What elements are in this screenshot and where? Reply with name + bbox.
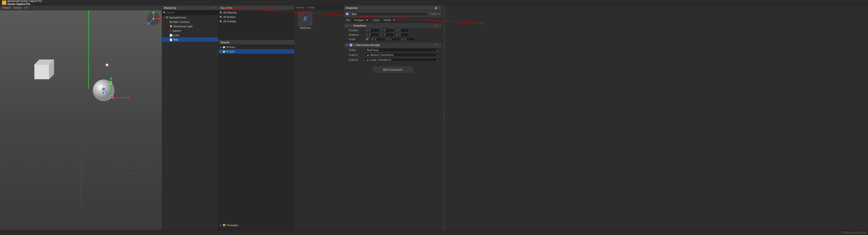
scale-y-input[interactable] <box>389 37 400 41</box>
tree-item-cube[interactable]: ▶ ⬜ Cube <box>162 33 218 37</box>
gizmo-lock[interactable]: 🔒 <box>161 11 162 14</box>
object-active-toggle[interactable] <box>346 12 349 16</box>
rotation-label: Rotation <box>349 33 366 36</box>
rotation-values: X Y Z <box>366 33 440 37</box>
middle-section: Favorites 🔍 All Material 🔍 All Models 🔍 … <box>219 5 294 230</box>
path-sep: > <box>305 6 306 9</box>
cube-a-target[interactable]: ◎ <box>436 54 438 56</box>
transform-help[interactable]: ? <box>435 24 436 27</box>
scale-y: Y <box>387 37 400 41</box>
script-target-icon[interactable]: ◎ <box>436 49 438 51</box>
position-z: Z <box>396 29 409 32</box>
hierarchy-menu[interactable]: ≡ <box>215 6 216 9</box>
script-name: TestCross <box>367 49 379 51</box>
transform-menu[interactable]: ⋮ <box>437 24 440 27</box>
tree-item-label: Sphere <box>173 29 181 32</box>
position-x-input[interactable] <box>368 29 379 32</box>
svg-marker-10 <box>127 97 130 99</box>
search-icon: 🔍 <box>163 11 166 14</box>
light-dot <box>106 64 108 66</box>
expand-arrow: ▶ <box>219 224 222 226</box>
script-active-toggle[interactable] <box>349 44 352 47</box>
script-help[interactable]: ? <box>435 44 436 47</box>
tag-select[interactable]: Untagged <box>352 18 369 22</box>
expand-arrow: ▼ <box>346 24 348 27</box>
favorites-header: Favorites <box>219 5 294 10</box>
svg-marker-12 <box>110 77 112 79</box>
add-component-button[interactable]: Add Component <box>373 67 412 72</box>
tree-item-test[interactable]: ▶ 📄 Test <box>162 37 218 42</box>
tree-item-label: Main Camera <box>173 20 189 23</box>
rotation-x-input[interactable] <box>368 33 379 37</box>
svg-point-22 <box>153 18 154 20</box>
scale-z: Z <box>402 37 415 41</box>
fav-label: All Material <box>223 11 237 14</box>
viewport-panel: Shaded Gizmos FX <box>0 5 162 230</box>
packages-label: Packages <box>227 224 239 227</box>
y-axis-label: Y <box>381 29 383 32</box>
fav-item-prefabs[interactable]: 🔍 All Prefabs <box>219 19 294 24</box>
position-y-input[interactable] <box>383 29 394 32</box>
shading-dropdown[interactable]: Shaded <box>1 6 11 9</box>
packages-item[interactable]: ▶ 📦 Packages <box>219 223 294 227</box>
scene-root[interactable]: ▼ 🎬 SampleScene <box>162 15 218 20</box>
assets-scenes[interactable]: ▶ 📁 Scenes <box>219 45 294 49</box>
testcross-section-header[interactable]: ▼ # Test Cross (Script) ? ⋮ <box>344 43 442 48</box>
sphere-icon: ⬡ <box>169 29 172 32</box>
script-ref-row: Script TestCross ◎ <box>344 48 442 52</box>
hierarchy-search-input[interactable] <box>167 11 217 14</box>
add-component-area: Add Component <box>344 63 442 76</box>
assets-scripts[interactable]: ▶ 📁 Scripts <box>219 49 294 54</box>
tree-item-maincamera[interactable]: ▶ 📷 Main Camera <box>162 20 218 24</box>
asset-icon-grid: # TestCross <box>294 10 343 31</box>
y-axis-label: Y <box>381 33 383 36</box>
script-section-label: Test Cross (Script) <box>356 44 380 47</box>
assets-header: Assets <box>219 40 294 45</box>
app-logo: A Apowersoft Screen Capture Pro Screen C… <box>2 0 42 6</box>
scale-z-input[interactable] <box>404 37 415 41</box>
tree-item-dirlight[interactable]: ▶ 💡 Directional Light <box>162 24 218 29</box>
scale-x-input[interactable] <box>374 37 385 41</box>
search-icon: 🔍 <box>219 20 222 23</box>
tree-item-label: Cube <box>173 34 180 37</box>
fav-item-models[interactable]: 🔍 All Models <box>219 15 294 19</box>
script-label: Script <box>349 49 363 51</box>
layer-label: Layer <box>373 19 379 21</box>
tree-item-sphere[interactable]: ▶ ⬡ Sphere <box>162 29 218 33</box>
fav-label: All Models <box>223 16 236 19</box>
inspector-title: Inspector <box>346 6 358 9</box>
script-menu[interactable]: ⋮ <box>437 44 440 47</box>
rotation-y-input[interactable] <box>383 33 394 37</box>
object-name-input[interactable] <box>350 12 428 16</box>
orientation-gizmo: 🔒 <box>146 11 161 26</box>
status-bar: CSDN @sunshine落风 <box>0 230 868 235</box>
inspector-menu[interactable]: ≡ <box>438 6 440 9</box>
z-axis-label: Z <box>396 33 398 36</box>
expand-arrow: ▶ <box>219 46 222 48</box>
hierarchy-header: Hierarchy ≡ <box>162 5 218 10</box>
transform-section: ▼ ↔ Transform ? ⋮ Position X <box>344 23 442 42</box>
gizmo-toggle[interactable]: Gizmos <box>12 6 23 9</box>
object-header: Static ▼ <box>344 10 442 18</box>
favorites-panel: Favorites 🔍 All Material 🔍 All Models 🔍 … <box>219 5 294 40</box>
viewport-toolbar: Shaded Gizmos FX <box>0 5 162 10</box>
cube-b-target[interactable]: ◎ <box>436 58 438 61</box>
position-z-input[interactable] <box>398 29 409 32</box>
tree-item-label: Test <box>173 38 178 41</box>
asset-testcross[interactable]: # TestCross <box>297 12 314 29</box>
fx-toggle[interactable]: FX <box>24 6 29 9</box>
expand-arrow: ▶ <box>219 50 222 53</box>
inspector-lock[interactable]: 🔒 <box>434 6 437 9</box>
rotation-z-input[interactable] <box>398 33 409 37</box>
script-value-display: TestCross ◎ <box>365 48 440 52</box>
path-bar: Assets > Scripts <box>294 5 343 10</box>
z-axis-label: Z <box>402 38 403 41</box>
assets-panel: Assets ▶ 📁 Scenes ▶ 📁 Scripts <box>219 40 294 223</box>
transform-section-header[interactable]: ▼ ↔ Transform ? ⋮ <box>344 23 442 28</box>
cube-a-label: Cube A <box>349 53 363 56</box>
fav-item-material[interactable]: 🔍 All Material <box>219 10 294 15</box>
layer-select[interactable]: Default <box>381 18 396 22</box>
scene-icon: 🎬 <box>165 16 168 19</box>
right-collapse-handle[interactable]: › <box>442 5 445 230</box>
hierarchy-search-bar: 🔍 <box>162 10 218 15</box>
